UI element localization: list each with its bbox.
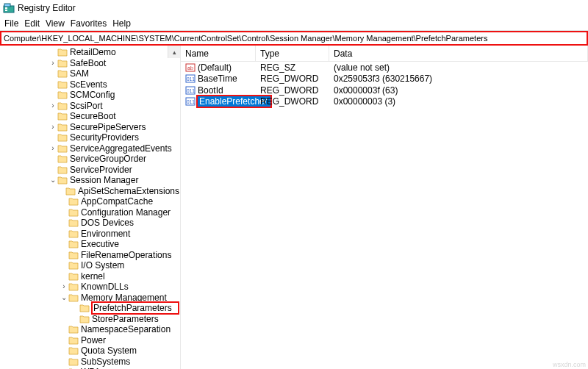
tree-item-label: Environment bbox=[80, 229, 131, 239]
tree-item[interactable]: SecureBoot bbox=[0, 111, 180, 122]
list-header[interactable]: Name Type Data bbox=[181, 46, 588, 62]
tree-item[interactable]: ›ServiceAggregatedEvents bbox=[0, 143, 180, 154]
folder-icon bbox=[68, 208, 79, 217]
folder-icon bbox=[79, 304, 90, 312]
tree-item[interactable]: ›KnownDLLs bbox=[0, 282, 180, 293]
expand-closed-icon[interactable]: › bbox=[49, 123, 57, 131]
column-name[interactable]: Name bbox=[181, 46, 256, 61]
folder-icon bbox=[79, 315, 90, 323]
tree-item[interactable]: Executive bbox=[0, 239, 180, 250]
tree-item-label: DOS Devices bbox=[80, 218, 135, 228]
folder-icon bbox=[57, 133, 68, 142]
tree-item-label: I/O System bbox=[80, 260, 125, 271]
folder-icon bbox=[68, 282, 79, 291]
tree-item-label: RetailDemo bbox=[69, 47, 117, 57]
address-text: Computer\HKEY_LOCAL_MACHINE\SYSTEM\Curre… bbox=[4, 34, 487, 43]
tree-item[interactable]: Quota System bbox=[0, 345, 180, 357]
tree-panel[interactable]: ▴ RetailDemo›SafeBootSAMScEventsSCMConfi… bbox=[0, 46, 181, 369]
tree-item-label: ServiceProvider bbox=[69, 165, 133, 175]
values-panel[interactable]: Name Type Data ab(Default)REG_SZ(value n… bbox=[181, 46, 588, 369]
value-data-cell: 0x259053f3 (630215667) bbox=[329, 74, 588, 85]
menu-edit[interactable]: Edit bbox=[23, 18, 41, 29]
tree-item[interactable]: ScEvents bbox=[0, 79, 180, 90]
tree-item-label: ScsiPort bbox=[69, 101, 104, 111]
expand-closed-icon[interactable]: › bbox=[49, 102, 57, 110]
folder-icon bbox=[57, 123, 68, 132]
tree-item[interactable]: DOS Devices bbox=[0, 218, 180, 229]
tree-item[interactable]: AppCompatCache bbox=[0, 196, 180, 207]
folder-icon bbox=[57, 69, 68, 78]
tree-item[interactable]: SCMConfig bbox=[0, 90, 180, 101]
svg-text:011: 011 bbox=[187, 76, 195, 82]
value-name-cell: 011BootId bbox=[181, 85, 256, 96]
value-type-cell: REG_DWORD bbox=[256, 96, 329, 108]
tree-item[interactable]: StoreParameters bbox=[0, 314, 180, 325]
folder-icon bbox=[68, 251, 79, 259]
tree-item[interactable]: Configuration Manager bbox=[0, 207, 180, 218]
tree-item-label: SecurePipeServers bbox=[69, 122, 146, 132]
folder-icon bbox=[68, 197, 79, 206]
menu-file[interactable]: File bbox=[3, 18, 20, 29]
expand-open-icon[interactable]: ⌄ bbox=[49, 176, 57, 184]
value-row[interactable]: 011BaseTimeREG_DWORD0x259053f3 (63021566… bbox=[181, 74, 588, 85]
tree-item[interactable]: I/O System bbox=[0, 260, 180, 271]
folder-icon bbox=[68, 240, 79, 248]
svg-rect-1 bbox=[4, 4, 10, 7]
tree-item[interactable]: SAM bbox=[0, 68, 180, 79]
value-row[interactable]: 011EnablePrefetcherREG_DWORD0x00000003 (… bbox=[181, 96, 588, 108]
tree-scroll-up-button[interactable]: ▴ bbox=[168, 46, 180, 58]
value-name: BaseTime bbox=[198, 74, 237, 84]
tree-item-label: SAM bbox=[69, 68, 90, 79]
dword-value-icon: 011 bbox=[185, 96, 196, 107]
tree-item-label: ServiceAggregatedEvents bbox=[69, 143, 173, 154]
column-type[interactable]: Type bbox=[256, 46, 329, 61]
tree-item[interactable]: RetailDemo bbox=[0, 47, 180, 58]
menu-help[interactable]: Help bbox=[111, 18, 132, 29]
folder-icon bbox=[57, 154, 68, 163]
value-name-cell: 011EnablePrefetcher bbox=[181, 96, 256, 108]
tree-item[interactable]: Power bbox=[0, 335, 180, 346]
address-bar[interactable]: Computer\HKEY_LOCAL_MACHINE\SYSTEM\Curre… bbox=[0, 31, 588, 46]
title-bar: Registry Editor bbox=[0, 0, 588, 16]
value-type-cell: REG_SZ bbox=[256, 62, 329, 74]
tree-item[interactable]: SubSystems bbox=[0, 357, 180, 368]
tree-item[interactable]: FileRenameOperations bbox=[0, 250, 180, 261]
value-row[interactable]: ab(Default)REG_SZ(value not set) bbox=[181, 62, 588, 74]
tree-item-label: PrefetchParameters bbox=[91, 301, 179, 315]
tree-item[interactable]: ›SafeBoot bbox=[0, 58, 180, 69]
svg-text:011: 011 bbox=[187, 99, 195, 104]
tree-item-label: ServiceGroupOrder bbox=[69, 154, 147, 164]
folder-icon bbox=[68, 325, 79, 334]
tree-item[interactable]: ServiceGroupOrder bbox=[0, 154, 180, 165]
expand-open-icon[interactable]: ⌄ bbox=[60, 294, 68, 301]
tree-item[interactable]: ›SecurePipeServers bbox=[0, 122, 180, 133]
tree-item[interactable]: Environment bbox=[0, 229, 180, 240]
regedit-icon bbox=[3, 2, 15, 14]
tree-item[interactable]: SecurityProviders bbox=[0, 132, 180, 143]
expand-closed-icon[interactable]: › bbox=[49, 60, 57, 67]
tree-item-label: kernel bbox=[80, 271, 106, 282]
value-type-cell: REG_DWORD bbox=[256, 85, 329, 96]
tree-item[interactable]: ApiSetSchemaExtensions bbox=[0, 186, 180, 197]
tree-item[interactable]: ›ScsiPort bbox=[0, 101, 180, 112]
folder-icon bbox=[68, 336, 79, 345]
expand-closed-icon[interactable]: › bbox=[49, 145, 57, 152]
window-title: Registry Editor bbox=[18, 3, 76, 13]
folder-icon bbox=[68, 261, 79, 270]
menu-favorites[interactable]: Favorites bbox=[69, 18, 108, 29]
tree-item-label: ScEvents bbox=[69, 79, 108, 90]
value-name: BootId bbox=[198, 85, 223, 96]
tree-item[interactable]: ⌄Session Manager bbox=[0, 175, 180, 186]
tree-item[interactable]: kernel bbox=[0, 271, 180, 282]
expand-closed-icon[interactable]: › bbox=[60, 283, 68, 290]
value-row[interactable]: 011BootIdREG_DWORD0x0000003f (63) bbox=[181, 85, 588, 96]
folder-icon bbox=[68, 218, 79, 227]
menu-view[interactable]: View bbox=[44, 18, 66, 29]
tree-item-label: FileRenameOperations bbox=[80, 250, 172, 260]
tree-item[interactable]: NamespaceSeparation bbox=[0, 324, 180, 335]
tree-item[interactable]: ServiceProvider bbox=[0, 165, 180, 176]
dword-value-icon: 011 bbox=[185, 74, 196, 84]
menu-bar: File Edit View Favorites Help bbox=[0, 16, 588, 31]
column-data[interactable]: Data bbox=[329, 46, 588, 61]
tree-item[interactable]: PrefetchParameters bbox=[0, 303, 180, 314]
